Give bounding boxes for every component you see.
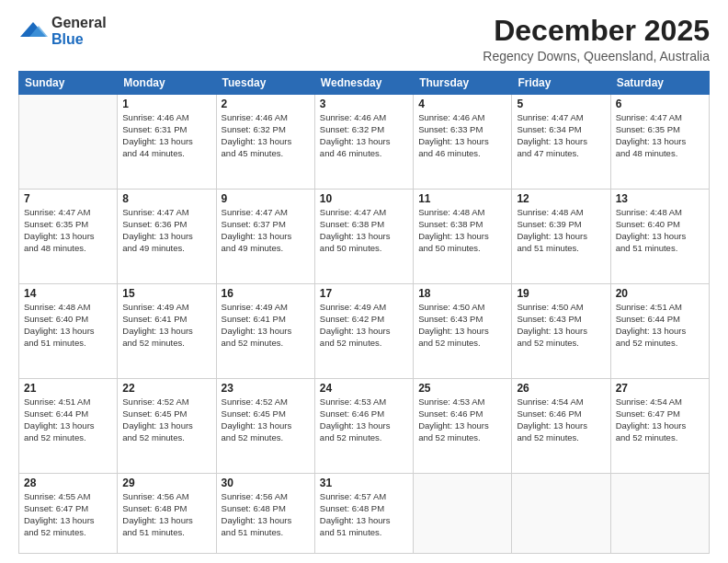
day-number: 1 [122, 98, 210, 110]
day-number: 31 [320, 477, 408, 489]
calendar-table: SundayMondayTuesdayWednesdayThursdayFrid… [18, 71, 710, 554]
cell-info: Sunrise: 4:49 AM Sunset: 6:42 PM Dayligh… [320, 302, 408, 349]
title-block: December 2025 Regency Downs, Queensland,… [483, 15, 710, 63]
cell-info: Sunrise: 4:47 AM Sunset: 6:35 PM Dayligh… [24, 207, 112, 254]
cell-info: Sunrise: 4:46 AM Sunset: 6:32 PM Dayligh… [222, 112, 310, 159]
cell-info: Sunrise: 4:50 AM Sunset: 6:43 PM Dayligh… [517, 302, 605, 349]
day-number: 20 [616, 287, 704, 300]
day-number: 17 [320, 287, 408, 300]
calendar-cell [19, 95, 118, 190]
week-row-4: 21Sunrise: 4:51 AM Sunset: 6:44 PM Dayli… [19, 379, 710, 474]
week-row-1: 1Sunrise: 4:46 AM Sunset: 6:31 PM Daylig… [19, 95, 710, 190]
calendar-cell: 18Sunrise: 4:50 AM Sunset: 6:43 PM Dayli… [414, 284, 512, 379]
cell-info: Sunrise: 4:52 AM Sunset: 6:45 PM Dayligh… [122, 396, 210, 443]
logo-icon [18, 20, 48, 42]
logo-blue: Blue [51, 31, 84, 47]
cell-info: Sunrise: 4:56 AM Sunset: 6:48 PM Dayligh… [222, 491, 310, 538]
day-number: 21 [24, 382, 112, 395]
day-number: 26 [517, 382, 605, 395]
calendar-cell [512, 474, 610, 554]
cell-info: Sunrise: 4:46 AM Sunset: 6:31 PM Dayligh… [122, 112, 210, 159]
day-number: 15 [122, 287, 210, 300]
week-row-3: 14Sunrise: 4:48 AM Sunset: 6:40 PM Dayli… [19, 284, 710, 379]
calendar-cell [414, 474, 512, 554]
weekday-header-friday: Friday [512, 72, 610, 95]
month-title: December 2025 [483, 15, 710, 47]
cell-info: Sunrise: 4:53 AM Sunset: 6:46 PM Dayligh… [320, 396, 408, 443]
calendar-cell: 16Sunrise: 4:49 AM Sunset: 6:41 PM Dayli… [216, 284, 314, 379]
day-number: 12 [517, 192, 605, 205]
calendar-cell: 19Sunrise: 4:50 AM Sunset: 6:43 PM Dayli… [512, 284, 610, 379]
logo-general: General [51, 15, 107, 30]
weekday-header-thursday: Thursday [414, 72, 512, 95]
calendar-cell: 1Sunrise: 4:46 AM Sunset: 6:31 PM Daylig… [118, 95, 216, 190]
week-row-5: 28Sunrise: 4:55 AM Sunset: 6:47 PM Dayli… [19, 474, 710, 554]
weekday-header-monday: Monday [118, 72, 216, 95]
cell-info: Sunrise: 4:47 AM Sunset: 6:34 PM Dayligh… [517, 112, 605, 159]
cell-info: Sunrise: 4:53 AM Sunset: 6:46 PM Dayligh… [418, 396, 506, 443]
calendar-cell [610, 474, 709, 554]
weekday-header-tuesday: Tuesday [216, 72, 314, 95]
cell-info: Sunrise: 4:47 AM Sunset: 6:36 PM Dayligh… [122, 207, 210, 254]
cell-info: Sunrise: 4:51 AM Sunset: 6:44 PM Dayligh… [616, 302, 704, 349]
weekday-header-sunday: Sunday [19, 72, 118, 95]
day-number: 14 [24, 287, 112, 300]
cell-info: Sunrise: 4:51 AM Sunset: 6:44 PM Dayligh… [24, 396, 112, 443]
cell-info: Sunrise: 4:57 AM Sunset: 6:48 PM Dayligh… [320, 491, 408, 538]
cell-info: Sunrise: 4:49 AM Sunset: 6:41 PM Dayligh… [222, 302, 310, 349]
calendar-cell: 11Sunrise: 4:48 AM Sunset: 6:38 PM Dayli… [414, 190, 512, 284]
cell-info: Sunrise: 4:46 AM Sunset: 6:32 PM Dayligh… [320, 112, 408, 159]
cell-info: Sunrise: 4:47 AM Sunset: 6:38 PM Dayligh… [320, 207, 408, 254]
weekday-header-row: SundayMondayTuesdayWednesdayThursdayFrid… [19, 72, 710, 95]
cell-info: Sunrise: 4:50 AM Sunset: 6:43 PM Dayligh… [418, 302, 506, 349]
day-number: 10 [320, 192, 408, 205]
cell-info: Sunrise: 4:49 AM Sunset: 6:41 PM Dayligh… [122, 302, 210, 349]
calendar-page: General Blue December 2025 Regency Downs… [0, 0, 728, 563]
day-number: 4 [418, 98, 506, 110]
cell-info: Sunrise: 4:48 AM Sunset: 6:40 PM Dayligh… [24, 302, 112, 349]
calendar-cell: 7Sunrise: 4:47 AM Sunset: 6:35 PM Daylig… [19, 190, 118, 284]
day-number: 29 [122, 477, 210, 489]
calendar-cell: 31Sunrise: 4:57 AM Sunset: 6:48 PM Dayli… [314, 474, 413, 554]
calendar-cell: 26Sunrise: 4:54 AM Sunset: 6:46 PM Dayli… [512, 379, 610, 474]
cell-info: Sunrise: 4:55 AM Sunset: 6:47 PM Dayligh… [24, 491, 112, 538]
cell-info: Sunrise: 4:52 AM Sunset: 6:45 PM Dayligh… [222, 396, 310, 443]
calendar-cell: 30Sunrise: 4:56 AM Sunset: 6:48 PM Dayli… [216, 474, 314, 554]
calendar-cell: 4Sunrise: 4:46 AM Sunset: 6:33 PM Daylig… [414, 95, 512, 190]
day-number: 7 [24, 192, 112, 205]
cell-info: Sunrise: 4:46 AM Sunset: 6:33 PM Dayligh… [418, 112, 506, 159]
day-number: 19 [517, 287, 605, 300]
day-number: 28 [24, 477, 112, 489]
calendar-cell: 25Sunrise: 4:53 AM Sunset: 6:46 PM Dayli… [414, 379, 512, 474]
cell-info: Sunrise: 4:54 AM Sunset: 6:47 PM Dayligh… [616, 396, 704, 443]
calendar-cell: 13Sunrise: 4:48 AM Sunset: 6:40 PM Dayli… [610, 190, 709, 284]
day-number: 9 [222, 192, 310, 205]
weekday-header-wednesday: Wednesday [314, 72, 413, 95]
day-number: 27 [616, 382, 704, 395]
day-number: 6 [616, 98, 704, 110]
calendar-cell: 15Sunrise: 4:49 AM Sunset: 6:41 PM Dayli… [118, 284, 216, 379]
day-number: 5 [517, 98, 605, 110]
day-number: 2 [222, 98, 310, 110]
calendar-cell: 5Sunrise: 4:47 AM Sunset: 6:34 PM Daylig… [512, 95, 610, 190]
cell-info: Sunrise: 4:47 AM Sunset: 6:37 PM Dayligh… [222, 207, 310, 254]
day-number: 11 [418, 192, 506, 205]
cell-info: Sunrise: 4:54 AM Sunset: 6:46 PM Dayligh… [517, 396, 605, 443]
cell-info: Sunrise: 4:56 AM Sunset: 6:48 PM Dayligh… [122, 491, 210, 538]
cell-info: Sunrise: 4:48 AM Sunset: 6:40 PM Dayligh… [616, 207, 704, 254]
week-row-2: 7Sunrise: 4:47 AM Sunset: 6:35 PM Daylig… [19, 190, 710, 284]
calendar-cell: 8Sunrise: 4:47 AM Sunset: 6:36 PM Daylig… [118, 190, 216, 284]
day-number: 18 [418, 287, 506, 300]
header: General Blue December 2025 Regency Downs… [18, 15, 710, 63]
calendar-cell: 21Sunrise: 4:51 AM Sunset: 6:44 PM Dayli… [19, 379, 118, 474]
weekday-header-saturday: Saturday [610, 72, 709, 95]
calendar-cell: 24Sunrise: 4:53 AM Sunset: 6:46 PM Dayli… [314, 379, 413, 474]
calendar-cell: 22Sunrise: 4:52 AM Sunset: 6:45 PM Dayli… [118, 379, 216, 474]
logo: General Blue [18, 15, 107, 48]
cell-info: Sunrise: 4:48 AM Sunset: 6:39 PM Dayligh… [517, 207, 605, 254]
calendar-cell: 23Sunrise: 4:52 AM Sunset: 6:45 PM Dayli… [216, 379, 314, 474]
calendar-cell: 6Sunrise: 4:47 AM Sunset: 6:35 PM Daylig… [610, 95, 709, 190]
day-number: 8 [122, 192, 210, 205]
day-number: 3 [320, 98, 408, 110]
day-number: 25 [418, 382, 506, 395]
